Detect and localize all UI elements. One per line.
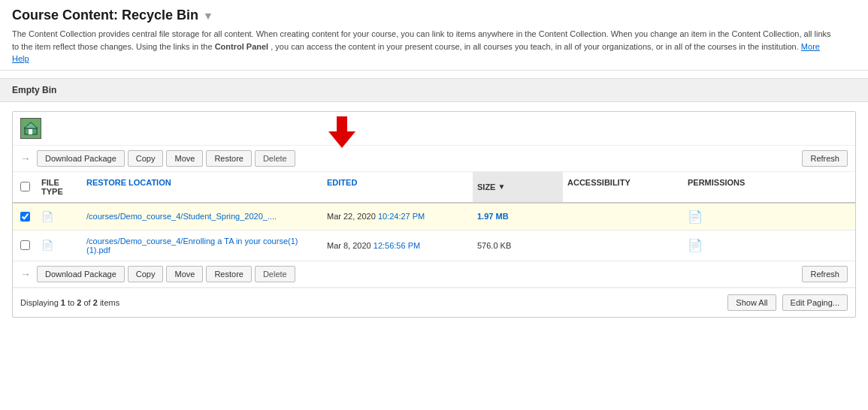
row-1-location[interactable]: /courses/Demo_course_4/Student_Spring_20… (82, 206, 322, 227)
home-icon (24, 122, 38, 135)
col-permissions: PERMISSIONS (683, 172, 773, 202)
sort-arrow-icon: ▼ (498, 182, 505, 191)
show-all-button[interactable]: Show All (727, 294, 776, 311)
home-icon-btn[interactable] (20, 118, 41, 139)
pdf-file-icon: 📄 (41, 240, 53, 251)
download-package-button-top[interactable]: Download Package (37, 150, 125, 167)
col-accessibility: ACCESSIBILITY (563, 172, 683, 202)
col-restore-location[interactable]: RESTORE LOCATION (82, 172, 322, 202)
doc-file-icon: 📄 (41, 211, 53, 222)
permissions-file-icon-1: 📄 (688, 210, 703, 223)
action-bar-bottom: → Download Package Copy Move Restore Del… (13, 261, 855, 288)
move-button-bottom[interactable]: Move (166, 266, 203, 282)
svg-marker-1 (24, 122, 38, 128)
svg-rect-2 (29, 129, 32, 134)
page-title: Course Content: Recycle Bin ▼ (12, 8, 856, 23)
row-2-filetype: 📄 (37, 234, 82, 257)
col-edited[interactable]: EDITED (322, 172, 473, 202)
restore-button-top[interactable]: Restore (206, 150, 252, 167)
row-1-checkbox[interactable] (20, 212, 30, 222)
row-1-permissions: 📄 (683, 203, 773, 230)
top-toolbar (13, 112, 855, 146)
row-2-size: 576.0 KB (473, 235, 563, 256)
nav-arrow-bottom: → (20, 268, 31, 280)
download-package-button-bottom[interactable]: Download Package (37, 266, 125, 282)
table-header: FILE TYPE RESTORE LOCATION EDITED SIZE ▼… (13, 172, 855, 203)
row-1-size: 1.97 MB (473, 206, 563, 227)
copy-button-top[interactable]: Copy (128, 150, 164, 167)
row-1-edited: Mar 22, 2020 10:24:27 PM (322, 206, 473, 227)
refresh-button-bottom[interactable]: Refresh (802, 266, 848, 282)
page-description: The Content Collection provides central … (12, 28, 839, 65)
table-row: 📄 /courses/Demo_course_4/Enrolling a TA … (13, 231, 855, 261)
empty-bin-bar: Empty Bin (0, 78, 868, 102)
delete-button-top[interactable]: Delete (255, 150, 295, 167)
restore-button-bottom[interactable]: Restore (206, 266, 252, 282)
table-row: 📄 /courses/Demo_course_4/Student_Spring_… (13, 203, 855, 231)
row-2-permissions: 📄 (683, 232, 773, 258)
delete-button-bottom[interactable]: Delete (255, 266, 295, 282)
nav-arrow-top: → (20, 152, 31, 164)
col-file-type: FILE TYPE (37, 172, 82, 202)
content-area: → Download Package Copy Move Restore Del… (12, 111, 856, 318)
page-header: Course Content: Recycle Bin ▼ The Conten… (0, 0, 868, 71)
select-all-checkbox[interactable] (20, 182, 30, 191)
copy-button-bottom[interactable]: Copy (128, 266, 164, 282)
row-1-accessibility (563, 210, 683, 222)
move-button-top[interactable]: Move (166, 150, 203, 167)
edit-paging-button[interactable]: Edit Paging... (782, 294, 848, 311)
row-2-edited: Mar 8, 2020 12:56:56 PM (322, 235, 473, 256)
col-size[interactable]: SIZE ▼ (473, 172, 563, 202)
row-2-location[interactable]: /courses/Demo_course_4/Enrolling a TA in… (82, 231, 322, 261)
action-bar-top: → Download Package Copy Move Restore Del… (13, 146, 855, 172)
title-icon: ▼ (203, 10, 213, 22)
row-1-filetype: 📄 (37, 205, 82, 228)
row-2-checkbox[interactable] (20, 240, 30, 250)
permissions-file-icon-2: 📄 (688, 239, 703, 252)
red-arrow-indicator (328, 112, 355, 148)
row-2-accessibility (563, 240, 683, 252)
footer-bar: Displaying 1 to 2 of 2 items Show All Ed… (13, 288, 855, 317)
refresh-button-top[interactable]: Refresh (802, 150, 848, 167)
page-wrapper: Course Content: Recycle Bin ▼ The Conten… (0, 0, 868, 318)
